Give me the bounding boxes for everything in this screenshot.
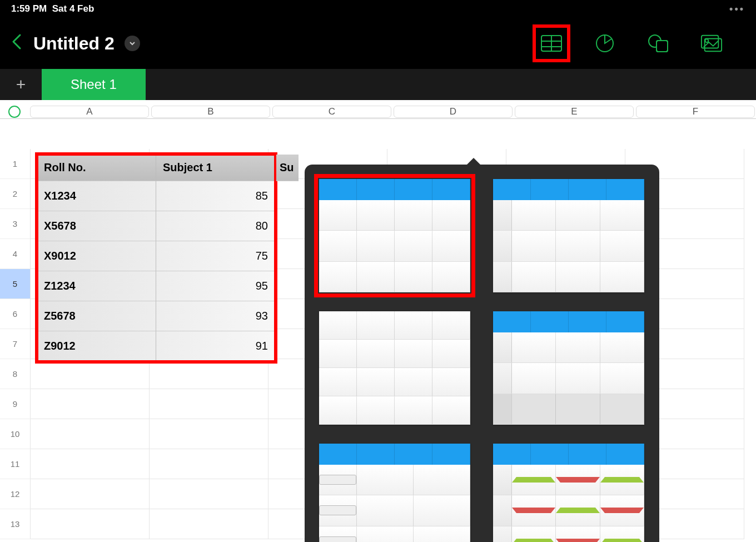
table-templates-popover bbox=[305, 165, 659, 542]
column-header[interactable]: B bbox=[151, 106, 270, 118]
triangle-down-icon bbox=[600, 508, 644, 513]
select-all-origin[interactable] bbox=[0, 106, 29, 118]
table-header-cell[interactable]: Roll No. bbox=[37, 155, 156, 181]
row-header[interactable]: 6 bbox=[0, 299, 31, 329]
svg-point-10 bbox=[705, 39, 709, 42]
svg-rect-6 bbox=[656, 41, 668, 52]
toolbar-icons bbox=[540, 32, 723, 54]
triangle-up-icon bbox=[600, 477, 644, 483]
row-header[interactable]: 1 bbox=[0, 149, 31, 179]
table-cell[interactable]: 85 bbox=[156, 181, 275, 211]
column-header[interactable]: D bbox=[394, 106, 513, 118]
table-header-cell[interactable]: Subject 1 bbox=[156, 155, 275, 181]
triangle-down-icon bbox=[556, 477, 599, 483]
row-header[interactable]: 5 bbox=[0, 269, 31, 299]
checkbox-icon bbox=[319, 475, 356, 485]
table-cell[interactable]: X5678 bbox=[37, 211, 156, 241]
insert-chart-button[interactable] bbox=[594, 32, 616, 54]
column-headers: A B C D E F bbox=[0, 100, 756, 119]
insert-shape-button[interactable] bbox=[647, 32, 669, 54]
checkbox-icon bbox=[319, 505, 356, 515]
title-bar: Untitled 2 bbox=[0, 18, 756, 69]
table-template-option[interactable] bbox=[319, 444, 470, 542]
table-cell[interactable]: 75 bbox=[156, 241, 275, 271]
triangle-down-icon bbox=[556, 539, 599, 542]
table-cell[interactable]: 91 bbox=[156, 331, 275, 361]
row-header[interactable]: 2 bbox=[0, 179, 31, 209]
table-template-option[interactable] bbox=[493, 311, 644, 425]
table-header-cell-partial: Su bbox=[276, 155, 299, 181]
svg-rect-8 bbox=[705, 38, 722, 51]
table-template-option[interactable] bbox=[319, 179, 470, 292]
more-icon[interactable]: ••• bbox=[729, 3, 745, 15]
table-template-option[interactable] bbox=[493, 444, 644, 542]
insert-media-button[interactable] bbox=[700, 32, 723, 54]
insert-table-button[interactable] bbox=[540, 32, 563, 54]
add-sheet-button[interactable]: + bbox=[0, 69, 42, 100]
sheet-tab-active[interactable]: Sheet 1 bbox=[42, 69, 146, 100]
row-header[interactable]: 4 bbox=[0, 239, 31, 269]
table-cell[interactable]: Z1234 bbox=[37, 271, 156, 301]
table-cell[interactable]: X1234 bbox=[37, 181, 156, 211]
table-template-option[interactable] bbox=[493, 179, 644, 292]
checkbox-icon bbox=[319, 536, 356, 542]
row-header[interactable]: 11 bbox=[0, 449, 31, 479]
document-title[interactable]: Untitled 2 bbox=[33, 33, 115, 54]
row-header[interactable]: 9 bbox=[0, 389, 31, 419]
status-time-date: 1:59 PM Sat 4 Feb bbox=[11, 3, 94, 14]
table-cell[interactable]: X9012 bbox=[37, 241, 156, 271]
back-button[interactable] bbox=[11, 33, 23, 54]
table-template-option[interactable] bbox=[319, 311, 470, 425]
row-header[interactable]: 12 bbox=[0, 479, 31, 509]
status-bar: 1:59 PM Sat 4 Feb ••• bbox=[0, 0, 756, 18]
row-header[interactable]: 3 bbox=[0, 209, 31, 239]
table-cell[interactable]: Z5678 bbox=[37, 301, 156, 331]
table-cell[interactable]: Z9012 bbox=[37, 331, 156, 361]
triangle-up-icon bbox=[512, 477, 555, 483]
triangle-up-icon bbox=[512, 539, 555, 542]
column-header[interactable]: F bbox=[636, 106, 755, 118]
row-header[interactable]: 7 bbox=[0, 329, 31, 359]
row-header[interactable]: 8 bbox=[0, 359, 31, 389]
triangle-up-icon bbox=[556, 508, 599, 513]
data-table[interactable]: Roll No. Subject 1 X123485 X567880 X9012… bbox=[37, 155, 275, 361]
column-header[interactable]: A bbox=[30, 106, 149, 118]
row-header[interactable]: 13 bbox=[0, 509, 31, 539]
triangle-down-icon bbox=[512, 508, 555, 513]
triangle-up-icon bbox=[600, 539, 644, 542]
sheet-tabs-bar: + Sheet 1 bbox=[0, 69, 756, 100]
table-cell[interactable]: 95 bbox=[156, 271, 275, 301]
spreadsheet-area: A B C D E F 1 2 3 4 5 6 7 8 9 10 11 12 1… bbox=[0, 100, 756, 542]
column-header[interactable]: E bbox=[515, 106, 634, 118]
row-header[interactable]: 10 bbox=[0, 419, 31, 449]
title-dropdown-button[interactable] bbox=[125, 36, 140, 51]
column-header[interactable]: C bbox=[272, 106, 391, 118]
table-cell[interactable]: 80 bbox=[156, 211, 275, 241]
table-cell[interactable]: 93 bbox=[156, 301, 275, 331]
